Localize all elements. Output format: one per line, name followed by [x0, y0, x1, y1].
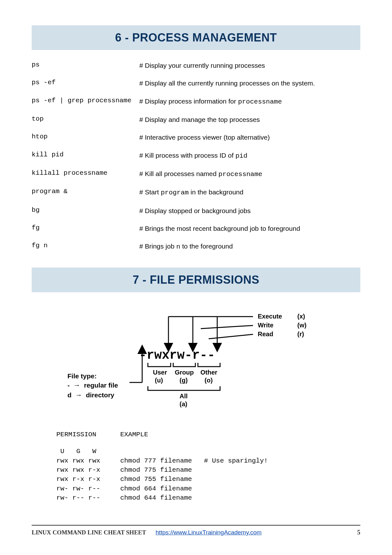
footer-page-number: 5	[357, 529, 360, 536]
file-type-regular: - → regular file	[67, 381, 118, 390]
group-all-sym: (a)	[180, 400, 187, 407]
footer-link[interactable]: https://www.LinuxTrainingAcademy.com	[155, 529, 262, 536]
command-description: # Brings job n to the foreground	[139, 242, 233, 251]
command-row: htop# Interactive process viewer (top al…	[32, 133, 360, 142]
command-description: # Display stopped or background jobs	[139, 206, 250, 215]
command-text: program &	[32, 188, 139, 195]
command-row: killall processname# Kill all processes …	[32, 169, 360, 179]
command-description: # Display and manage the top processes	[139, 115, 260, 124]
perm-string: -rwxrw-r--	[139, 348, 215, 363]
perm-table-ugw: U G W	[56, 447, 360, 456]
group-other: Other	[200, 369, 218, 376]
command-row: program &# Start program in the backgrou…	[32, 188, 360, 197]
command-text: bg	[32, 206, 139, 214]
process-command-list: ps# Display your currently running proce…	[32, 61, 360, 252]
permissions-diagram: -rwxrw-r-- Execute (x) Write (w) Read (r…	[76, 303, 316, 424]
command-text: ps -ef	[32, 79, 139, 86]
command-text: htop	[32, 133, 139, 140]
command-description: # Display your currently running process…	[139, 61, 265, 70]
perm-example-row: rw- rw- r-- chmod 664 filename	[56, 484, 360, 493]
file-type-dir: d → directory	[67, 390, 118, 400]
command-description: # Kill all processes named processname	[139, 169, 262, 179]
group-all: All	[180, 393, 188, 400]
perm-example-row: rwx r-x r-x chmod 755 filename	[56, 475, 360, 484]
legend-execute: Execute	[258, 313, 282, 320]
command-row: fg n# Brings job n to the foreground	[32, 242, 360, 251]
legend-read: Read	[258, 331, 273, 337]
command-text: top	[32, 115, 139, 123]
file-type-title: File type:	[67, 371, 118, 381]
command-description: # Display process information for proces…	[139, 97, 282, 106]
command-row: bg# Display stopped or background jobs	[32, 206, 360, 215]
command-text: ps	[32, 61, 139, 68]
group-group: Group	[175, 369, 194, 376]
group-other-sym: (o)	[205, 377, 213, 384]
legend-write: Write	[258, 322, 274, 329]
command-text: fg	[32, 224, 139, 231]
footer-title: LINUX COMMAND LINE CHEAT SHEET	[32, 529, 146, 536]
section-6-header: 6 - PROCESS MANAGEMENT	[32, 25, 360, 50]
perm-example-row: rw- r-- r-- chmod 644 filename	[56, 493, 360, 502]
command-text: kill pid	[32, 151, 139, 158]
svg-line-6	[209, 334, 253, 339]
legend-write-sym: (w)	[297, 322, 307, 329]
command-text: fg n	[32, 242, 139, 249]
perm-table-header: PERMISSION EXAMPLE	[56, 430, 360, 439]
file-type-legend: File type: - → regular file d → director…	[67, 371, 118, 400]
command-description: # Kill process with process ID of pid	[139, 151, 247, 161]
section-7-header: 7 - FILE PERMISSIONS	[32, 268, 360, 292]
command-description: # Display all the currently running proc…	[139, 79, 315, 88]
svg-line-2	[193, 317, 253, 321]
permission-table: PERMISSION EXAMPLE U G W rwx rwx rwx chm…	[56, 430, 360, 503]
command-description: # Start program in the background	[139, 188, 243, 197]
command-row: ps -ef# Display all the currently runnin…	[32, 79, 360, 88]
command-description: # Interactive process viewer (top altern…	[139, 133, 270, 142]
legend-execute-sym: (x)	[297, 313, 305, 320]
perm-example-row: rwx rwx rwx chmod 777 filename # Use spa…	[56, 456, 360, 465]
command-text: ps -ef | grep processname	[32, 97, 139, 104]
command-row: ps -ef | grep processname# Display proce…	[32, 97, 360, 106]
svg-line-5	[201, 325, 253, 329]
command-row: top# Display and manage the top processe…	[32, 115, 360, 124]
command-text: killall processname	[32, 169, 139, 177]
perm-example-row: rwx rwx r-x chmod 775 filename	[56, 465, 360, 475]
page-footer: LINUX COMMAND LINE CHEAT SHEET https://w…	[32, 525, 360, 536]
group-user-sym: (u)	[155, 377, 163, 384]
command-description: # Brings the most recent background job …	[139, 224, 300, 233]
command-row: ps# Display your currently running proce…	[32, 61, 360, 70]
legend-read-sym: (r)	[297, 331, 304, 337]
command-row: kill pid# Kill process with process ID o…	[32, 151, 360, 161]
group-group-sym: (g)	[180, 377, 188, 384]
group-user: User	[153, 369, 167, 376]
command-row: fg# Brings the most recent background jo…	[32, 224, 360, 233]
